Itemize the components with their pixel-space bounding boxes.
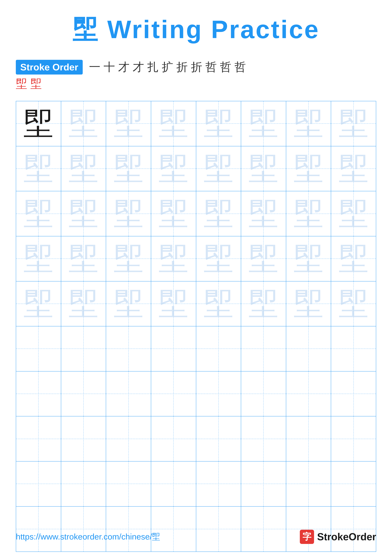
grid-cell-5-2[interactable]: 堲	[61, 281, 106, 327]
stroke-order-section: Stroke Order 一 十 才 才 扎 扩 折 折 哲 哲 哲 堲 堲	[16, 59, 376, 91]
grid-cell-2-3[interactable]: 堲	[106, 146, 151, 191]
grid-cell-8-6[interactable]	[241, 416, 286, 461]
grid-cell-10-6[interactable]	[241, 507, 286, 552]
ghost-char: 堲	[158, 109, 188, 139]
grid-cell-9-6[interactable]	[241, 461, 286, 507]
grid-cell-4-8[interactable]: 堲	[331, 236, 376, 281]
ghost-char: 堲	[114, 154, 143, 184]
grid-cell-9-1[interactable]	[16, 461, 61, 507]
grid-cell-5-8[interactable]: 堲	[331, 281, 376, 327]
grid-cell-4-3[interactable]: 堲	[106, 236, 151, 281]
grid-cell-5-3[interactable]: 堲	[106, 281, 151, 327]
grid-cell-2-8[interactable]: 堲	[331, 146, 376, 191]
grid-cell-4-6[interactable]: 堲	[241, 236, 286, 281]
grid-cell-2-7[interactable]: 堲	[286, 146, 331, 191]
grid-cell-7-3[interactable]	[106, 372, 151, 416]
footer-url[interactable]: https://www.strokeorder.com/chinese/堲	[16, 531, 160, 542]
grid-cell-5-7[interactable]: 堲	[286, 281, 331, 327]
grid-cell-1-4[interactable]: 堲	[151, 101, 196, 146]
grid-cell-3-7[interactable]: 堲	[286, 191, 331, 236]
grid-cell-9-5[interactable]	[196, 461, 241, 507]
grid-cell-7-4[interactable]	[151, 372, 196, 416]
grid-row-9	[16, 461, 376, 507]
grid-cell-5-5[interactable]: 堲	[196, 281, 241, 327]
grid-row-8	[16, 416, 376, 461]
grid-cell-9-8[interactable]	[331, 461, 376, 507]
grid-row-2: 堲 堲 堲 堲 堲 堲 堲 堲	[16, 146, 376, 191]
grid-cell-2-1[interactable]: 堲	[16, 146, 61, 191]
grid-cell-10-4[interactable]	[151, 507, 196, 552]
grid-cell-2-4[interactable]: 堲	[151, 146, 196, 191]
grid-cell-6-4[interactable]	[151, 326, 196, 372]
grid-cell-6-8[interactable]	[331, 326, 376, 372]
grid-cell-3-6[interactable]: 堲	[241, 191, 286, 236]
grid-cell-3-2[interactable]: 堲	[61, 191, 106, 236]
grid-cell-4-5[interactable]: 堲	[196, 236, 241, 281]
practice-grid: 堲 堲 堲 堲 堲 堲 堲 堲 堲	[16, 101, 376, 552]
grid-cell-7-7[interactable]	[286, 372, 331, 416]
grid-cell-10-8[interactable]	[331, 507, 376, 552]
grid-cell-6-6[interactable]	[241, 326, 286, 372]
grid-cell-8-1[interactable]	[16, 416, 61, 461]
grid-cell-5-6[interactable]: 堲	[241, 281, 286, 327]
grid-cell-8-4[interactable]	[151, 416, 196, 461]
grid-cell-7-8[interactable]	[331, 372, 376, 416]
grid-cell-3-3[interactable]: 堲	[106, 191, 151, 236]
grid-row-6	[16, 326, 376, 372]
grid-cell-6-7[interactable]	[286, 326, 331, 372]
grid-cell-9-4[interactable]	[151, 461, 196, 507]
grid-cell-10-2[interactable]	[61, 507, 106, 552]
grid-cell-7-1[interactable]	[16, 372, 61, 416]
grid-cell-2-6[interactable]: 堲	[241, 146, 286, 191]
grid-cell-6-3[interactable]	[106, 326, 151, 372]
grid-cell-5-1[interactable]: 堲	[16, 281, 61, 327]
grid-cell-1-5[interactable]: 堲	[196, 101, 241, 146]
grid-cell-8-3[interactable]	[106, 416, 151, 461]
grid-cell-1-8[interactable]: 堲	[331, 101, 376, 146]
grid-cell-4-2[interactable]: 堲	[61, 236, 106, 281]
grid-cell-1-7[interactable]: 堲	[286, 101, 331, 146]
grid-cell-3-4[interactable]: 堲	[151, 191, 196, 236]
stroke-order-label: Stroke Order	[16, 60, 83, 74]
grid-cell-1-6[interactable]: 堲	[241, 101, 286, 146]
grid-cell-10-7[interactable]	[286, 507, 331, 552]
grid-cell-2-5[interactable]: 堲	[196, 146, 241, 191]
grid-cell-1-2[interactable]: 堲	[61, 101, 106, 146]
stroke-2: 十	[104, 59, 115, 75]
grid-cell-6-1[interactable]	[16, 326, 61, 372]
ghost-char: 堲	[249, 199, 278, 229]
grid-cell-10-1[interactable]	[16, 507, 61, 552]
grid-row-1: 堲 堲 堲 堲 堲 堲 堲 堲	[16, 101, 376, 146]
grid-cell-7-5[interactable]	[196, 372, 241, 416]
grid-cell-10-5[interactable]	[196, 507, 241, 552]
grid-row-3: 堲 堲 堲 堲 堲 堲 堲 堲	[16, 191, 376, 236]
grid-cell-7-2[interactable]	[61, 372, 106, 416]
grid-cell-2-2[interactable]: 堲	[61, 146, 106, 191]
grid-cell-10-3[interactable]	[106, 507, 151, 552]
grid-cell-9-3[interactable]	[106, 461, 151, 507]
grid-cell-9-2[interactable]	[61, 461, 106, 507]
ghost-char: 堲	[339, 289, 369, 319]
grid-cell-8-8[interactable]	[331, 416, 376, 461]
ghost-char: 堲	[23, 244, 53, 274]
grid-cell-6-5[interactable]	[196, 326, 241, 372]
grid-cell-4-4[interactable]: 堲	[151, 236, 196, 281]
grid-cell-5-4[interactable]: 堲	[151, 281, 196, 327]
grid-cell-3-1[interactable]: 堲	[16, 191, 61, 236]
ghost-char: 堲	[339, 244, 369, 274]
grid-cell-1-3[interactable]: 堲	[106, 101, 151, 146]
stroke-11: 哲	[235, 59, 246, 75]
strokeorder-logo-icon: 字	[300, 530, 314, 544]
grid-cell-3-5[interactable]: 堲	[196, 191, 241, 236]
grid-cell-8-2[interactable]	[61, 416, 106, 461]
grid-cell-9-7[interactable]	[286, 461, 331, 507]
grid-cell-8-5[interactable]	[196, 416, 241, 461]
grid-cell-4-1[interactable]: 堲	[16, 236, 61, 281]
grid-cell-6-2[interactable]	[61, 326, 106, 372]
grid-cell-1-1[interactable]: 堲	[16, 101, 61, 146]
grid-cell-3-8[interactable]: 堲	[331, 191, 376, 236]
ghost-char: 堲	[68, 154, 99, 184]
grid-cell-8-7[interactable]	[286, 416, 331, 461]
grid-cell-4-7[interactable]: 堲	[286, 236, 331, 281]
grid-cell-7-6[interactable]	[241, 372, 286, 416]
